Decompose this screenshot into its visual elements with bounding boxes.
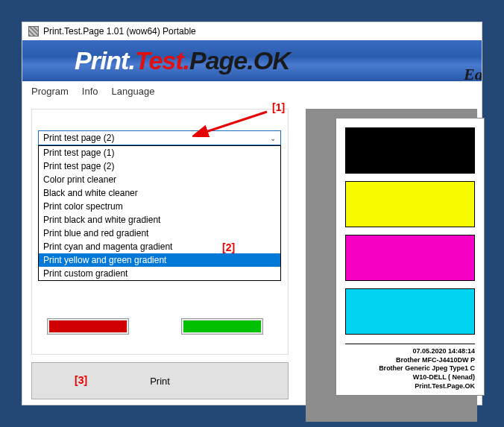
dropdown-item[interactable]: Print yellow and green gradient	[39, 253, 280, 267]
page-info: 07.05.2020 14:48:14 Brother MFC-J4410DW …	[345, 344, 475, 390]
swatch-yellow	[345, 181, 475, 227]
banner-logo: Print.Test.Page.OK	[75, 46, 290, 75]
window-title: Print.Test.Page 1.01 (wow64) Portable	[43, 26, 196, 37]
dropdown-item[interactable]: Print custom gradient	[39, 267, 280, 280]
menu-program[interactable]: Program	[31, 86, 69, 97]
chevron-down-icon: ⌄	[270, 134, 276, 142]
banner-word-print: Print.	[75, 46, 135, 75]
dropdown-item[interactable]: Print color spectrum	[39, 200, 280, 213]
banner: Print.Test.Page.OK Easy	[22, 40, 482, 81]
swatch-cyan	[345, 288, 475, 335]
dropdown-item[interactable]: Black and white cleaner	[39, 186, 280, 200]
page-type-dropdown: Print test page (1)Print test page (2)Co…	[38, 145, 281, 281]
preview-panel: 07.05.2020 14:48:14 Brother MFC-J4410DW …	[306, 109, 477, 422]
app-window: Print.Test.Page 1.01 (wow64) Portable Pr…	[22, 22, 482, 405]
banner-word-ok: OK	[253, 46, 290, 75]
page-info-host: W10-DELL ( Nenad)	[345, 373, 475, 382]
banner-easy: Easy	[464, 65, 482, 81]
green-color-button[interactable]	[181, 318, 263, 335]
page-type-combo[interactable]: Print test page (2) ⌄	[38, 130, 281, 145]
titlebar: Print.Test.Page 1.01 (wow64) Portable	[22, 22, 482, 40]
options-panel: Print test page (2) ⌄ Print test page (1…	[31, 109, 289, 355]
dropdown-item[interactable]: Color print cleaner	[39, 173, 280, 186]
content-area: Print test page (2) ⌄ Print test page (1…	[22, 101, 482, 405]
dropdown-item[interactable]: Print test page (2)	[39, 159, 280, 173]
banner-word-test: Test.	[135, 46, 189, 75]
dropdown-item[interactable]: Print black and white gradient	[39, 213, 280, 227]
red-color-button[interactable]	[47, 318, 129, 335]
menubar: Program Info Language	[22, 81, 482, 101]
page-info-app: Print.Test.Page.OK	[345, 382, 475, 391]
page-info-driver: Brother Generic Jpeg Type1 C	[345, 364, 475, 373]
dropdown-item[interactable]: Print test page (1)	[39, 146, 280, 159]
preview-page: 07.05.2020 14:48:14 Brother MFC-J4410DW …	[336, 118, 485, 396]
menu-info[interactable]: Info	[82, 86, 98, 97]
annotation-3: [3]	[75, 374, 87, 386]
combo-selected-text: Print test page (2)	[43, 133, 114, 143]
banner-word-page: Page.	[189, 46, 253, 75]
print-button-label: Print	[150, 376, 170, 387]
swatch-magenta	[345, 235, 475, 281]
print-button[interactable]: Print	[31, 362, 289, 399]
page-info-date: 07.05.2020 14:48:14	[345, 347, 475, 356]
page-info-printer: Brother MFC-J4410DW P	[345, 356, 475, 365]
dropdown-item[interactable]: Print blue and red gradient	[39, 227, 280, 240]
app-icon	[28, 26, 39, 37]
swatch-black	[345, 127, 475, 174]
dropdown-item[interactable]: Print cyan and magenta gradient	[39, 240, 280, 253]
annotation-2: [2]	[222, 241, 235, 253]
annotation-1: [1]	[272, 101, 285, 113]
menu-language[interactable]: Language	[112, 86, 155, 97]
